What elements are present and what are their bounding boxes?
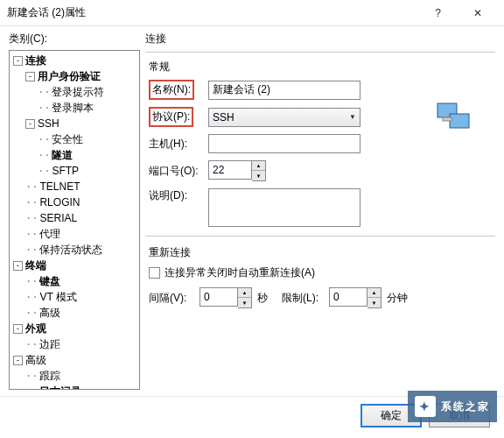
- tree-leaf-icon: ··: [38, 101, 50, 115]
- tree-leaf-icon: ··: [25, 211, 38, 225]
- tree-item[interactable]: ··VT 模式: [11, 289, 137, 305]
- tree-item-label: 终端: [25, 258, 46, 272]
- port-input[interactable]: [208, 160, 252, 180]
- tree-item[interactable]: ··边距: [11, 336, 137, 352]
- interval-input[interactable]: [200, 287, 238, 307]
- tree-item-label: 跟踪: [39, 369, 60, 383]
- tree-item[interactable]: ··SERIAL: [11, 210, 137, 226]
- window-title: 新建会话 (2)属性: [7, 5, 418, 20]
- tree-item-label: 高级: [39, 306, 60, 320]
- tree-item[interactable]: ··SFTP: [11, 163, 137, 179]
- tree-item-label: 登录脚本: [52, 101, 94, 115]
- tree-item-label: TELNET: [39, 180, 80, 194]
- tree-item[interactable]: ··TELNET: [11, 179, 137, 194]
- tree-item[interactable]: -SSH: [11, 116, 137, 131]
- tree-item[interactable]: -高级: [11, 352, 137, 368]
- tree-item[interactable]: ··代理: [11, 226, 137, 242]
- general-section-title: 常规: [149, 60, 492, 74]
- tree-leaf-icon: ··: [38, 132, 50, 146]
- tree-toggle-icon[interactable]: -: [13, 56, 23, 66]
- limit-input[interactable]: [329, 287, 368, 307]
- interval-spinner[interactable]: ▲ ▼: [200, 287, 252, 308]
- tree-toggle-icon[interactable]: -: [13, 261, 23, 271]
- interval-label: 间隔(V):: [149, 291, 194, 306]
- tree-leaf-icon: ··: [25, 243, 38, 257]
- port-label: 端口号(O):: [149, 164, 208, 179]
- interval-up-button[interactable]: ▲: [238, 288, 251, 298]
- tree-leaf-icon: ··: [25, 180, 38, 194]
- protocol-label: 协议(P):: [149, 107, 193, 127]
- watermark-logo-icon: ✦: [415, 396, 436, 417]
- port-up-button[interactable]: ▲: [252, 161, 265, 171]
- auto-reconnect-checkbox[interactable]: [149, 267, 160, 279]
- tree-item-label: 安全性: [52, 132, 83, 146]
- tree-leaf-icon: ··: [25, 274, 38, 288]
- tree-leaf-icon: ··: [38, 164, 50, 178]
- tree-item[interactable]: -外观: [11, 321, 137, 336]
- tree-item-label: 用户身份验证: [38, 69, 101, 83]
- watermark-text: 系统之家: [441, 399, 490, 414]
- tree-item[interactable]: -用户身份验证: [11, 68, 137, 84]
- tree-item[interactable]: -连接: [11, 53, 137, 68]
- description-label: 说明(D):: [149, 188, 208, 203]
- tree-leaf-icon: ··: [38, 148, 50, 162]
- limit-down-button[interactable]: ▼: [368, 298, 381, 307]
- tree-item-label: 登录提示符: [52, 85, 104, 99]
- name-input[interactable]: [208, 81, 360, 100]
- seconds-label: 秒: [257, 291, 268, 306]
- tree-toggle-icon[interactable]: -: [25, 72, 35, 81]
- tree-leaf-icon: ··: [38, 85, 50, 99]
- tree-item-label: VT 模式: [39, 290, 76, 304]
- computer-icon: [436, 102, 471, 133]
- port-down-button[interactable]: ▼: [252, 171, 265, 180]
- tree-item[interactable]: -终端: [11, 258, 137, 273]
- close-button[interactable]: ✕: [458, 1, 497, 25]
- tree-leaf-icon: ··: [25, 227, 38, 241]
- tree-item-label: 代理: [39, 227, 60, 241]
- tree-item-label: 隧道: [52, 148, 73, 162]
- tree-item-label: 保持活动状态: [39, 243, 102, 257]
- name-label: 名称(N):: [149, 80, 194, 100]
- tree-item[interactable]: ··RLOGIN: [11, 194, 137, 210]
- limit-up-button[interactable]: ▲: [368, 288, 381, 298]
- port-spinner[interactable]: ▲ ▼: [208, 160, 266, 181]
- limit-label: 限制(L):: [282, 291, 324, 306]
- tree-item[interactable]: ··安全性: [11, 131, 137, 147]
- tree-item-label: 键盘: [39, 274, 60, 288]
- panel-header: 连接: [145, 32, 495, 53]
- reconnect-section-title: 重新连接: [149, 245, 492, 260]
- tree-item[interactable]: ··跟踪: [11, 368, 137, 384]
- category-tree[interactable]: -连接-用户身份验证··登录提示符··登录脚本-SSH··安全性··隧道··SF…: [9, 50, 140, 390]
- tree-item[interactable]: ··日志记录: [11, 384, 137, 390]
- help-button[interactable]: ?: [418, 1, 458, 25]
- tree-toggle-icon[interactable]: -: [25, 119, 35, 129]
- tree-toggle-icon[interactable]: -: [13, 356, 23, 365]
- auto-reconnect-label: 连接异常关闭时自动重新连接(A): [164, 265, 315, 280]
- host-input[interactable]: [208, 134, 360, 153]
- tree-item-label: SSH: [38, 117, 60, 131]
- chevron-down-icon: ▼: [349, 113, 356, 121]
- tree-leaf-icon: ··: [25, 306, 38, 320]
- tree-leaf-icon: ··: [25, 337, 38, 351]
- tree-item-label: 连接: [25, 53, 46, 67]
- tree-item[interactable]: ··键盘: [11, 273, 137, 289]
- protocol-select[interactable]: SSH ▼: [208, 108, 360, 127]
- tree-item[interactable]: ··登录提示符: [11, 84, 137, 100]
- tree-item-label: SFTP: [52, 164, 79, 178]
- tree-item[interactable]: ··高级: [11, 305, 137, 321]
- interval-down-button[interactable]: ▼: [238, 298, 251, 307]
- tree-item[interactable]: ··隧道: [11, 147, 137, 163]
- tree-leaf-icon: ··: [25, 385, 38, 390]
- category-label: 类别(C):: [9, 32, 140, 46]
- tree-item[interactable]: ··登录脚本: [11, 100, 137, 116]
- tree-item[interactable]: ··保持活动状态: [11, 242, 137, 258]
- category-panel: 类别(C): -连接-用户身份验证··登录提示符··登录脚本-SSH··安全性·…: [9, 32, 140, 380]
- watermark: ✦ 系统之家: [408, 391, 497, 422]
- tree-toggle-icon[interactable]: -: [13, 324, 23, 334]
- limit-spinner[interactable]: ▲ ▼: [329, 287, 382, 308]
- host-label: 主机(H):: [149, 137, 208, 152]
- tree-item-label: 外观: [25, 321, 46, 336]
- description-textarea[interactable]: [208, 188, 360, 227]
- titlebar: 新建会话 (2)属性 ? ✕: [0, 0, 504, 26]
- minutes-label: 分钟: [387, 291, 408, 306]
